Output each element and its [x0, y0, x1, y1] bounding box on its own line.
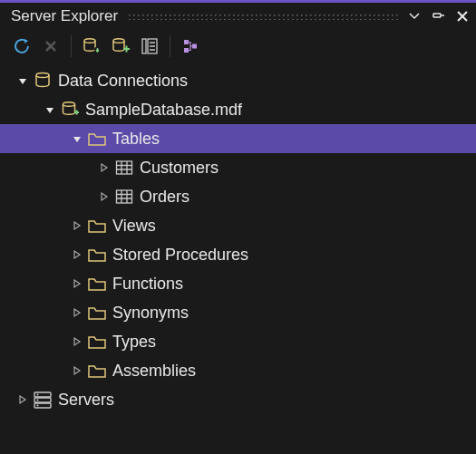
expander-icon[interactable]	[71, 335, 83, 348]
folder-icon	[87, 304, 107, 321]
node-stored-procedures[interactable]: Stored Procedures	[0, 240, 476, 269]
svg-point-2	[113, 39, 124, 43]
tree: Data Connections SampleDatabase.mdf	[0, 63, 476, 414]
panel-title: Server Explorer	[11, 7, 118, 25]
node-functions[interactable]: Functions	[0, 269, 476, 298]
svg-point-9	[63, 102, 75, 107]
node-types[interactable]: Types	[0, 327, 476, 356]
node-table-orders[interactable]: Orders	[0, 182, 476, 211]
svg-rect-7	[192, 44, 197, 49]
expander-icon[interactable]	[16, 393, 29, 406]
toolbar-separator	[170, 35, 170, 57]
node-label: Customers	[140, 159, 219, 178]
svg-rect-3	[142, 39, 146, 53]
pin-icon[interactable]	[431, 9, 445, 24]
expander-icon[interactable]	[71, 306, 83, 319]
toolbar-separator	[71, 35, 72, 57]
table-icon	[114, 188, 134, 205]
expander-icon[interactable]	[16, 74, 29, 87]
services-button[interactable]	[137, 34, 162, 59]
folder-icon	[87, 362, 107, 379]
azure-button[interactable]	[178, 34, 203, 59]
node-label: Servers	[58, 391, 114, 410]
server-explorer-panel: Server Explorer	[0, 0, 476, 454]
svg-point-17	[37, 405, 39, 407]
node-table-customers[interactable]: Customers	[0, 153, 476, 182]
close-icon[interactable]	[456, 10, 469, 23]
database-icon	[60, 100, 80, 120]
folder-icon	[87, 130, 107, 147]
svg-point-15	[37, 394, 39, 396]
node-tables[interactable]: Tables	[0, 124, 476, 153]
node-label: Types	[112, 333, 156, 352]
expander-icon[interactable]	[71, 364, 83, 377]
connect-database-button[interactable]	[79, 34, 104, 59]
titlebar-grip[interactable]	[127, 13, 400, 20]
expander-icon[interactable]	[44, 103, 56, 116]
toolbar	[0, 30, 476, 63]
expander-icon[interactable]	[98, 190, 111, 203]
svg-rect-5	[184, 40, 189, 44]
dropdown-icon[interactable]	[409, 13, 420, 20]
table-icon	[114, 159, 134, 176]
node-synonyms[interactable]: Synonyms	[0, 298, 476, 327]
node-label: SampleDatabase.mdf	[85, 101, 242, 120]
folder-icon	[87, 217, 107, 234]
node-label: Assemblies	[112, 362, 196, 381]
node-label: Views	[112, 217, 156, 236]
node-label: Synonyms	[112, 304, 189, 323]
node-label: Data Connections	[58, 72, 188, 91]
connect-server-button[interactable]	[108, 34, 133, 59]
node-views[interactable]: Views	[0, 211, 476, 240]
node-label: Functions	[112, 275, 183, 294]
stop-button	[38, 34, 63, 59]
titlebar: Server Explorer	[0, 3, 476, 30]
node-assemblies[interactable]: Assemblies	[0, 356, 476, 385]
expander-icon[interactable]	[98, 161, 111, 174]
servers-icon	[33, 391, 53, 409]
svg-rect-11	[117, 190, 132, 203]
svg-point-8	[36, 73, 49, 78]
node-label: Stored Procedures	[112, 246, 248, 265]
node-sample-database[interactable]: SampleDatabase.mdf	[0, 95, 476, 124]
svg-rect-6	[184, 48, 189, 53]
expander-icon[interactable]	[71, 248, 83, 261]
node-label: Orders	[140, 188, 189, 207]
svg-rect-10	[117, 161, 132, 174]
svg-point-0	[84, 39, 95, 43]
svg-point-16	[37, 400, 39, 401]
folder-icon	[87, 333, 107, 350]
expander-icon[interactable]	[71, 132, 83, 145]
node-data-connections[interactable]: Data Connections	[0, 66, 476, 95]
expander-icon[interactable]	[71, 277, 83, 290]
refresh-button[interactable]	[9, 34, 34, 59]
database-group-icon	[33, 71, 53, 91]
node-servers[interactable]: Servers	[0, 385, 476, 414]
folder-icon	[87, 275, 107, 292]
node-label: Tables	[112, 130, 160, 149]
expander-icon[interactable]	[71, 219, 83, 232]
folder-icon	[87, 246, 107, 263]
